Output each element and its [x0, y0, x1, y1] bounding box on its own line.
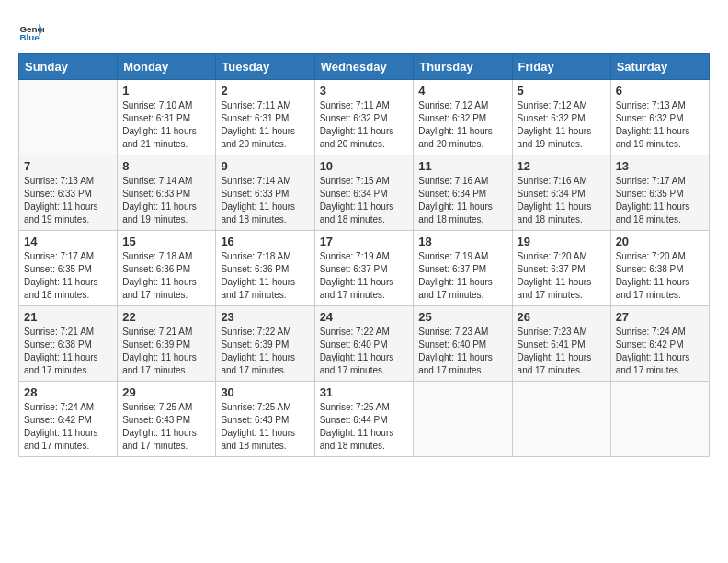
day-number: 30: [221, 385, 309, 399]
day-info: Sunrise: 7:22 AM Sunset: 6:40 PM Dayligh…: [320, 326, 409, 377]
day-number: 4: [418, 84, 506, 98]
calendar-day-cell: 25Sunrise: 7:23 AM Sunset: 6:40 PM Dayli…: [414, 306, 512, 382]
day-number: 13: [616, 159, 704, 173]
day-info: Sunrise: 7:23 AM Sunset: 6:41 PM Dayligh…: [518, 326, 606, 377]
day-number: 23: [221, 310, 309, 324]
calendar-day-cell: 1Sunrise: 7:10 AM Sunset: 6:31 PM Daylig…: [118, 80, 216, 155]
calendar-week-row: 28Sunrise: 7:24 AM Sunset: 6:42 PM Dayli…: [19, 382, 710, 457]
day-info: Sunrise: 7:18 AM Sunset: 6:36 PM Dayligh…: [221, 250, 309, 302]
day-number: 7: [24, 159, 112, 173]
day-info: Sunrise: 7:18 AM Sunset: 6:36 PM Dayligh…: [122, 250, 210, 302]
calendar-body: 1Sunrise: 7:10 AM Sunset: 6:31 PM Daylig…: [19, 80, 710, 457]
logo-icon: General Blue: [18, 18, 44, 44]
day-info: Sunrise: 7:25 AM Sunset: 6:43 PM Dayligh…: [221, 401, 309, 453]
calendar-day-cell: [19, 80, 118, 155]
day-number: 6: [616, 84, 704, 98]
calendar-day-cell: 28Sunrise: 7:24 AM Sunset: 6:42 PM Dayli…: [19, 382, 118, 457]
calendar-day-cell: 31Sunrise: 7:25 AM Sunset: 6:44 PM Dayli…: [314, 382, 414, 457]
calendar-day-cell: 19Sunrise: 7:20 AM Sunset: 6:37 PM Dayli…: [512, 231, 610, 306]
calendar-day-cell: 5Sunrise: 7:12 AM Sunset: 6:32 PM Daylig…: [512, 80, 610, 155]
calendar-day-cell: 23Sunrise: 7:22 AM Sunset: 6:39 PM Dayli…: [216, 306, 314, 382]
day-info: Sunrise: 7:13 AM Sunset: 6:32 PM Dayligh…: [616, 99, 704, 151]
day-number: 5: [518, 84, 606, 98]
day-info: Sunrise: 7:14 AM Sunset: 6:33 PM Dayligh…: [122, 175, 210, 226]
calendar-day-cell: 29Sunrise: 7:25 AM Sunset: 6:43 PM Dayli…: [118, 382, 216, 457]
day-number: 28: [24, 385, 112, 399]
day-info: Sunrise: 7:17 AM Sunset: 6:35 PM Dayligh…: [616, 175, 704, 226]
calendar-day-cell: 16Sunrise: 7:18 AM Sunset: 6:36 PM Dayli…: [216, 231, 314, 306]
weekday-header-cell: Friday: [512, 54, 610, 80]
calendar-day-cell: 9Sunrise: 7:14 AM Sunset: 6:33 PM Daylig…: [216, 155, 314, 231]
calendar-week-row: 21Sunrise: 7:21 AM Sunset: 6:38 PM Dayli…: [19, 306, 710, 382]
svg-text:Blue: Blue: [19, 32, 40, 42]
day-info: Sunrise: 7:25 AM Sunset: 6:43 PM Dayligh…: [122, 401, 210, 453]
day-info: Sunrise: 7:11 AM Sunset: 6:32 PM Dayligh…: [320, 99, 409, 151]
day-info: Sunrise: 7:24 AM Sunset: 6:42 PM Dayligh…: [616, 326, 704, 377]
day-number: 11: [418, 159, 506, 173]
calendar-day-cell: 4Sunrise: 7:12 AM Sunset: 6:32 PM Daylig…: [414, 80, 512, 155]
page-header: General Blue: [18, 18, 710, 44]
day-info: Sunrise: 7:22 AM Sunset: 6:39 PM Dayligh…: [221, 326, 309, 377]
day-number: 20: [616, 235, 704, 248]
day-number: 27: [616, 310, 704, 324]
calendar-day-cell: 20Sunrise: 7:20 AM Sunset: 6:38 PM Dayli…: [610, 231, 709, 306]
calendar-day-cell: 22Sunrise: 7:21 AM Sunset: 6:39 PM Dayli…: [118, 306, 216, 382]
day-info: Sunrise: 7:16 AM Sunset: 6:34 PM Dayligh…: [518, 175, 606, 226]
calendar-week-row: 1Sunrise: 7:10 AM Sunset: 6:31 PM Daylig…: [19, 80, 710, 155]
day-number: 8: [122, 159, 210, 173]
weekday-header-cell: Saturday: [610, 54, 709, 80]
day-info: Sunrise: 7:19 AM Sunset: 6:37 PM Dayligh…: [320, 250, 409, 302]
calendar-day-cell: 12Sunrise: 7:16 AM Sunset: 6:34 PM Dayli…: [512, 155, 610, 231]
day-info: Sunrise: 7:15 AM Sunset: 6:34 PM Dayligh…: [320, 175, 409, 226]
calendar-day-cell: 24Sunrise: 7:22 AM Sunset: 6:40 PM Dayli…: [314, 306, 414, 382]
calendar-day-cell: 2Sunrise: 7:11 AM Sunset: 6:31 PM Daylig…: [216, 80, 314, 155]
day-number: 19: [518, 235, 606, 248]
calendar-day-cell: 6Sunrise: 7:13 AM Sunset: 6:32 PM Daylig…: [610, 80, 709, 155]
calendar-week-row: 7Sunrise: 7:13 AM Sunset: 6:33 PM Daylig…: [19, 155, 710, 231]
day-number: 21: [24, 310, 112, 324]
day-number: 10: [320, 159, 409, 173]
day-info: Sunrise: 7:17 AM Sunset: 6:35 PM Dayligh…: [24, 250, 112, 302]
calendar-day-cell: 30Sunrise: 7:25 AM Sunset: 6:43 PM Dayli…: [216, 382, 314, 457]
day-number: 16: [221, 235, 309, 248]
calendar-day-cell: [610, 382, 709, 457]
day-number: 1: [122, 84, 210, 98]
calendar-header-row: SundayMondayTuesdayWednesdayThursdayFrid…: [19, 54, 710, 80]
day-number: 24: [320, 310, 409, 324]
day-number: 2: [221, 84, 309, 98]
weekday-header-cell: Monday: [118, 54, 216, 80]
day-number: 29: [122, 385, 210, 399]
day-info: Sunrise: 7:23 AM Sunset: 6:40 PM Dayligh…: [418, 326, 506, 377]
day-number: 15: [122, 235, 210, 248]
calendar-day-cell: 27Sunrise: 7:24 AM Sunset: 6:42 PM Dayli…: [610, 306, 709, 382]
day-number: 14: [24, 235, 112, 248]
weekday-header-cell: Sunday: [19, 54, 118, 80]
calendar-table: SundayMondayTuesdayWednesdayThursdayFrid…: [18, 53, 710, 457]
calendar-day-cell: 21Sunrise: 7:21 AM Sunset: 6:38 PM Dayli…: [19, 306, 118, 382]
day-info: Sunrise: 7:14 AM Sunset: 6:33 PM Dayligh…: [221, 175, 309, 226]
day-info: Sunrise: 7:25 AM Sunset: 6:44 PM Dayligh…: [320, 401, 409, 453]
day-info: Sunrise: 7:20 AM Sunset: 6:38 PM Dayligh…: [616, 250, 704, 302]
calendar-day-cell: 14Sunrise: 7:17 AM Sunset: 6:35 PM Dayli…: [19, 231, 118, 306]
calendar-day-cell: 3Sunrise: 7:11 AM Sunset: 6:32 PM Daylig…: [314, 80, 414, 155]
calendar-day-cell: 17Sunrise: 7:19 AM Sunset: 6:37 PM Dayli…: [314, 231, 414, 306]
calendar-day-cell: 18Sunrise: 7:19 AM Sunset: 6:37 PM Dayli…: [414, 231, 512, 306]
day-number: 3: [320, 84, 409, 98]
day-number: 9: [221, 159, 309, 173]
weekday-header-cell: Thursday: [414, 54, 512, 80]
calendar-day-cell: [512, 382, 610, 457]
day-number: 31: [320, 385, 409, 399]
day-info: Sunrise: 7:19 AM Sunset: 6:37 PM Dayligh…: [418, 250, 506, 302]
weekday-header-cell: Wednesday: [314, 54, 414, 80]
day-info: Sunrise: 7:12 AM Sunset: 6:32 PM Dayligh…: [518, 99, 606, 151]
calendar-day-cell: 10Sunrise: 7:15 AM Sunset: 6:34 PM Dayli…: [314, 155, 414, 231]
day-number: 26: [518, 310, 606, 324]
calendar-day-cell: 15Sunrise: 7:18 AM Sunset: 6:36 PM Dayli…: [118, 231, 216, 306]
day-number: 22: [122, 310, 210, 324]
day-info: Sunrise: 7:20 AM Sunset: 6:37 PM Dayligh…: [518, 250, 606, 302]
day-number: 17: [320, 235, 409, 248]
day-info: Sunrise: 7:21 AM Sunset: 6:38 PM Dayligh…: [24, 326, 112, 377]
logo: General Blue: [18, 18, 44, 44]
day-info: Sunrise: 7:24 AM Sunset: 6:42 PM Dayligh…: [24, 401, 112, 453]
day-number: 18: [418, 235, 506, 248]
